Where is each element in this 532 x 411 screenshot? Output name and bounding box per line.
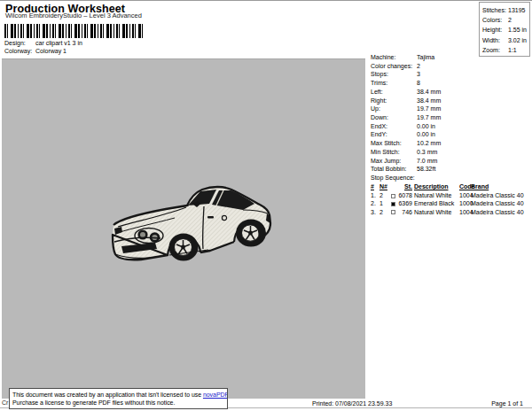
machine-info-value: 7.0 mm [417, 158, 437, 164]
design-canvas [2, 58, 365, 399]
thread-description: Natural White [414, 209, 458, 215]
license-notice-line1: This document was created by an applicat… [12, 391, 224, 399]
colorway-value: Colorway 1 [35, 48, 66, 54]
thread-brand: Madeira Classic 40 [471, 200, 524, 206]
car-embroidery-design [111, 176, 275, 267]
machine-info-value: 8 [417, 80, 420, 86]
machine-info-label: EndY: [371, 130, 417, 139]
stats-value: 13195 [508, 7, 525, 13]
machine-info-label: EndX: [371, 122, 417, 131]
notice-text: This document was created by an applicat… [12, 392, 203, 398]
machine-info-panel: Machine:Tajima Color changes:2 Stops:3 T… [371, 53, 530, 174]
machine-info-row: Stops:3 [371, 70, 530, 79]
thread-description: Natural White [414, 192, 458, 198]
stop-sequence-title: Stop Sequence: [371, 174, 415, 181]
machine-info-value: 19.7 mm [417, 105, 441, 112]
machine-info-row: EndY:0.00 in [371, 130, 530, 139]
thread-brand: Madeira Classic 40 [471, 209, 524, 215]
machine-info-value: Tajima [417, 54, 434, 60]
col-header-stitch: St. [387, 183, 412, 190]
machine-info-value: 3 [417, 71, 420, 77]
machine-info-value: 10.2 mm [417, 140, 441, 146]
col-header-brand: Brand [471, 183, 489, 190]
machine-info-label: Left: [371, 88, 417, 97]
stats-label: Height: [482, 25, 508, 35]
design-name-row: Design:car clipart v1 3 in [4, 40, 82, 46]
machine-info-label: Max Jump: [371, 157, 417, 166]
thread-color-swatch [391, 194, 395, 198]
design-value: car clipart v1 3 in [35, 40, 82, 46]
needle-number: 1 [379, 200, 383, 206]
stats-row: Height:1.55 in [480, 25, 529, 35]
colorway-label: Colorway: [4, 48, 35, 54]
machine-info-row: EndX:0.00 in [371, 122, 530, 131]
stats-value: 1:1 [508, 47, 517, 53]
col-header-description: Description [414, 183, 458, 190]
machine-info-label: Right: [371, 97, 417, 105]
stats-value: 2 [508, 17, 512, 23]
stop-sequence-header: # N# St. Description Code Brand [370, 183, 531, 191]
machine-info-row: Total Bobbin:58.32ft [371, 165, 530, 174]
design-label: Design: [4, 40, 35, 46]
stats-label: Colors: [482, 15, 508, 25]
stats-value: 1.55 in [508, 27, 527, 33]
machine-info-value: 0.00 in [417, 123, 435, 129]
machine-info-value: 0.3 mm [417, 149, 437, 155]
machine-info-label: Up: [371, 105, 417, 113]
thread-brand: Madeira Classic 40 [471, 192, 524, 198]
machine-info-label: Color changes: [371, 62, 417, 71]
machine-info-value: 38.4 mm [417, 89, 441, 95]
row-number: 2. [371, 200, 376, 206]
stats-row: Stitches:13195 [480, 5, 529, 15]
stop-sequence-row: 2. 1 6369 Emerald Black 1000 Madeira Cla… [370, 200, 531, 208]
stats-row: Colors:2 [480, 15, 529, 25]
machine-info-value: 0.00 in [417, 131, 435, 137]
needle-number: 2 [379, 209, 383, 215]
license-notice-line2: Purchase a license to generate PDF files… [12, 399, 224, 407]
footer-page-number: Page 1 of 1 [491, 400, 523, 407]
machine-info-row: Max Jump:7.0 mm [371, 157, 530, 166]
machine-info-label: Machine: [371, 53, 417, 62]
machine-info-label: Total Bobbin: [371, 165, 417, 174]
design-barcode [4, 24, 143, 38]
machine-info-value: 38.4 mm [417, 97, 441, 104]
machine-info-label: Down: [371, 113, 417, 122]
machine-info-row: Up:19.7 mm [371, 105, 530, 113]
application-subtitle: Wilcom EmbroideryStudio – Level 3 Advanc… [5, 12, 142, 19]
license-notice: This document was created by an applicat… [9, 388, 228, 409]
machine-info-row: Left:38.4 mm [371, 88, 530, 97]
machine-info-label: Min Stitch: [371, 148, 417, 157]
colorway-row: Colorway:Colorway 1 [4, 48, 66, 54]
machine-info-row: Trims:8 [371, 79, 530, 88]
footer-printed-timestamp: Printed: 07/08/2021 23.59.33 [312, 400, 392, 407]
machine-info-row: Min Stitch:0.3 mm [371, 148, 530, 157]
production-worksheet-page: Production Worksheet Wilcom EmbroiderySt… [0, 0, 532, 411]
machine-info-row: Down:19.7 mm [371, 113, 530, 122]
machine-info-row: Machine:Tajima [371, 53, 530, 62]
machine-info-value: 19.7 mm [417, 114, 441, 120]
design-stats-box: Stitches:13195 Colors:2 Height:1.55 in W… [479, 2, 530, 57]
machine-info-value: 2 [417, 63, 420, 69]
thread-color-swatch [391, 202, 395, 206]
row-number: 1. [371, 192, 376, 198]
stats-value: 3.02 in [508, 37, 527, 43]
machine-info-row: Color changes:2 [371, 62, 530, 71]
stop-sequence-row: 3. 2 746 Natural White 1004 Madeira Clas… [370, 209, 531, 217]
door-handle [207, 216, 214, 218]
thread-description: Emerald Black [414, 200, 458, 206]
machine-info-row: Max Stitch:10.2 mm [371, 139, 530, 148]
footer-created-fragment: Cr [2, 399, 8, 406]
novapdf-link[interactable]: novaPDF [203, 392, 228, 398]
stats-label: Stitches: [482, 5, 508, 15]
stats-row: Width:3.02 in [480, 35, 529, 45]
needle-number: 2 [379, 192, 383, 198]
col-header-needle: N# [379, 183, 387, 190]
machine-info-label: Stops: [371, 70, 417, 79]
stop-sequence-row: 1. 2 6078 Natural White 1004 Madeira Cla… [370, 192, 531, 200]
machine-info-label: Max Stitch: [371, 139, 417, 148]
machine-info-row: Right:38.4 mm [371, 97, 530, 105]
machine-info-label: Trims: [371, 79, 417, 88]
page-top-edge [0, 0, 532, 1]
row-number: 3. [371, 209, 376, 215]
machine-info-value: 58.32ft [417, 166, 435, 172]
